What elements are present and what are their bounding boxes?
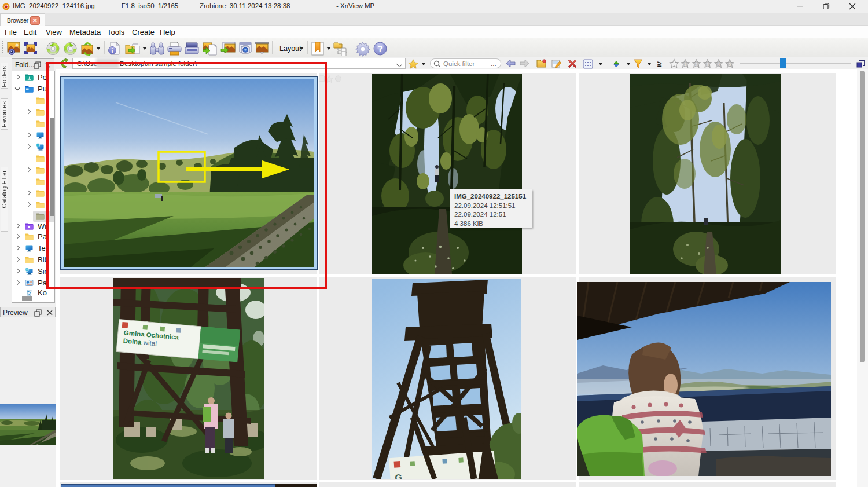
svg-text:3: 3 — [707, 62, 709, 67]
svg-text:4: 4 — [718, 62, 720, 67]
svg-text:?: ? — [377, 43, 382, 53]
svg-text:5: 5 — [729, 62, 731, 67]
svg-text:1: 1 — [684, 62, 686, 67]
svg-text:G: G — [395, 473, 403, 479]
svg-text:2: 2 — [695, 62, 697, 67]
